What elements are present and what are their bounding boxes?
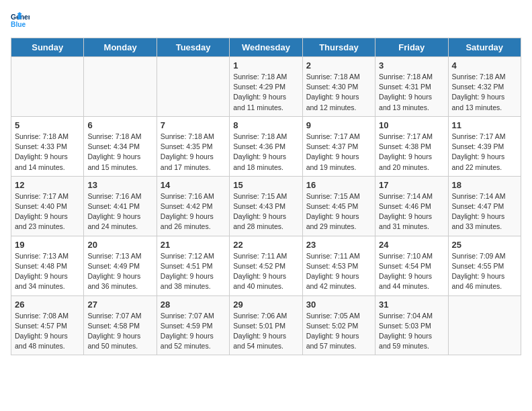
day-number: 6 <box>87 120 152 130</box>
weekday-header: Saturday <box>448 38 521 57</box>
day-number: 23 <box>306 240 371 250</box>
day-number: 12 <box>15 180 80 190</box>
day-number: 10 <box>379 120 444 130</box>
calendar-cell: 3Sunrise: 7:18 AMSunset: 4:31 PMDaylight… <box>375 57 448 117</box>
weekday-header: Monday <box>84 38 157 57</box>
calendar-week-row: 5Sunrise: 7:18 AMSunset: 4:33 PMDaylight… <box>11 116 521 176</box>
day-number: 16 <box>306 180 371 190</box>
cell-content: Sunrise: 7:14 AMSunset: 4:47 PMDaylight:… <box>452 191 517 232</box>
logo-icon: General Blue <box>11 11 30 30</box>
calendar-cell: 18Sunrise: 7:14 AMSunset: 4:47 PMDayligh… <box>448 176 521 236</box>
calendar-cell: 28Sunrise: 7:07 AMSunset: 4:59 PMDayligh… <box>157 295 229 355</box>
calendar-cell: 22Sunrise: 7:11 AMSunset: 4:52 PMDayligh… <box>230 236 302 295</box>
day-number: 13 <box>87 180 152 190</box>
calendar-cell: 19Sunrise: 7:13 AMSunset: 4:48 PMDayligh… <box>11 236 84 295</box>
calendar-header: SundayMondayTuesdayWednesdayThursdayFrid… <box>11 38 521 57</box>
cell-content: Sunrise: 7:05 AMSunset: 5:02 PMDaylight:… <box>306 311 371 352</box>
day-number: 28 <box>161 300 226 310</box>
calendar-cell: 20Sunrise: 7:13 AMSunset: 4:49 PMDayligh… <box>84 236 157 295</box>
cell-content: Sunrise: 7:18 AMSunset: 4:31 PMDaylight:… <box>379 72 444 113</box>
day-number: 31 <box>379 300 444 310</box>
weekday-header: Wednesday <box>230 38 302 57</box>
calendar-cell: 12Sunrise: 7:17 AMSunset: 4:40 PMDayligh… <box>11 176 84 236</box>
cell-content: Sunrise: 7:17 AMSunset: 4:40 PMDaylight:… <box>15 191 80 232</box>
day-number: 4 <box>452 60 517 71</box>
cell-content: Sunrise: 7:18 AMSunset: 4:32 PMDaylight:… <box>452 72 517 113</box>
calendar-cell: 29Sunrise: 7:06 AMSunset: 5:01 PMDayligh… <box>230 295 302 355</box>
cell-content: Sunrise: 7:18 AMSunset: 4:30 PMDaylight:… <box>306 72 371 113</box>
calendar-cell: 17Sunrise: 7:14 AMSunset: 4:46 PMDayligh… <box>375 176 448 236</box>
calendar-cell: 2Sunrise: 7:18 AMSunset: 4:30 PMDaylight… <box>302 57 375 117</box>
calendar-cell: 5Sunrise: 7:18 AMSunset: 4:33 PMDaylight… <box>11 116 84 176</box>
weekday-row: SundayMondayTuesdayWednesdayThursdayFrid… <box>11 38 521 57</box>
weekday-header: Friday <box>375 38 448 57</box>
day-number: 7 <box>161 120 226 130</box>
calendar-week-row: 12Sunrise: 7:17 AMSunset: 4:40 PMDayligh… <box>11 176 521 236</box>
calendar-cell: 1Sunrise: 7:18 AMSunset: 4:29 PMDaylight… <box>230 57 302 117</box>
day-number: 18 <box>452 180 517 190</box>
day-number: 22 <box>233 240 298 250</box>
weekday-header: Tuesday <box>157 38 229 57</box>
cell-content: Sunrise: 7:18 AMSunset: 4:34 PMDaylight:… <box>87 132 152 173</box>
cell-content: Sunrise: 7:17 AMSunset: 4:39 PMDaylight:… <box>452 132 517 173</box>
day-number: 5 <box>15 120 80 130</box>
calendar-week-row: 1Sunrise: 7:18 AMSunset: 4:29 PMDaylight… <box>11 57 521 117</box>
calendar-table: SundayMondayTuesdayWednesdayThursdayFrid… <box>11 38 521 355</box>
calendar-cell: 21Sunrise: 7:12 AMSunset: 4:51 PMDayligh… <box>157 236 229 295</box>
cell-content: Sunrise: 7:13 AMSunset: 4:48 PMDaylight:… <box>15 251 80 292</box>
cell-content: Sunrise: 7:07 AMSunset: 4:58 PMDaylight:… <box>87 311 152 352</box>
calendar-cell: 9Sunrise: 7:17 AMSunset: 4:37 PMDaylight… <box>302 116 375 176</box>
cell-content: Sunrise: 7:15 AMSunset: 4:45 PMDaylight:… <box>306 191 371 232</box>
day-number: 14 <box>161 180 226 190</box>
day-number: 11 <box>452 120 517 130</box>
calendar-cell: 7Sunrise: 7:18 AMSunset: 4:35 PMDaylight… <box>157 116 229 176</box>
cell-content: Sunrise: 7:11 AMSunset: 4:52 PMDaylight:… <box>233 251 298 292</box>
weekday-header: Thursday <box>302 38 375 57</box>
calendar-cell: 8Sunrise: 7:18 AMSunset: 4:36 PMDaylight… <box>230 116 302 176</box>
calendar-cell: 15Sunrise: 7:15 AMSunset: 4:43 PMDayligh… <box>230 176 302 236</box>
calendar-cell: 6Sunrise: 7:18 AMSunset: 4:34 PMDaylight… <box>84 116 157 176</box>
day-number: 29 <box>233 300 298 310</box>
cell-content: Sunrise: 7:13 AMSunset: 4:49 PMDaylight:… <box>87 251 152 292</box>
day-number: 17 <box>379 180 444 190</box>
calendar-cell: 16Sunrise: 7:15 AMSunset: 4:45 PMDayligh… <box>302 176 375 236</box>
day-number: 8 <box>233 120 298 130</box>
calendar-cell: 23Sunrise: 7:11 AMSunset: 4:53 PMDayligh… <box>302 236 375 295</box>
day-number: 2 <box>306 60 371 71</box>
calendar-week-row: 19Sunrise: 7:13 AMSunset: 4:48 PMDayligh… <box>11 236 521 295</box>
cell-content: Sunrise: 7:17 AMSunset: 4:37 PMDaylight:… <box>306 132 371 173</box>
day-number: 15 <box>233 180 298 190</box>
calendar-cell: 26Sunrise: 7:08 AMSunset: 4:57 PMDayligh… <box>11 295 84 355</box>
cell-content: Sunrise: 7:12 AMSunset: 4:51 PMDaylight:… <box>161 251 226 292</box>
calendar-cell <box>84 57 157 117</box>
cell-content: Sunrise: 7:14 AMSunset: 4:46 PMDaylight:… <box>379 191 444 232</box>
weekday-header: Sunday <box>11 38 84 57</box>
calendar-cell: 30Sunrise: 7:05 AMSunset: 5:02 PMDayligh… <box>302 295 375 355</box>
day-number: 21 <box>161 240 226 250</box>
day-number: 1 <box>233 60 298 71</box>
cell-content: Sunrise: 7:10 AMSunset: 4:54 PMDaylight:… <box>379 251 444 292</box>
day-number: 30 <box>306 300 371 310</box>
calendar-cell: 25Sunrise: 7:09 AMSunset: 4:55 PMDayligh… <box>448 236 521 295</box>
calendar-body: 1Sunrise: 7:18 AMSunset: 4:29 PMDaylight… <box>11 57 521 355</box>
day-number: 9 <box>306 120 371 130</box>
cell-content: Sunrise: 7:04 AMSunset: 5:03 PMDaylight:… <box>379 311 444 352</box>
calendar-cell: 13Sunrise: 7:16 AMSunset: 4:41 PMDayligh… <box>84 176 157 236</box>
cell-content: Sunrise: 7:16 AMSunset: 4:41 PMDaylight:… <box>87 191 152 232</box>
logo: General Blue <box>11 11 30 30</box>
cell-content: Sunrise: 7:18 AMSunset: 4:29 PMDaylight:… <box>233 72 298 113</box>
cell-content: Sunrise: 7:15 AMSunset: 4:43 PMDaylight:… <box>233 191 298 232</box>
calendar-cell: 31Sunrise: 7:04 AMSunset: 5:03 PMDayligh… <box>375 295 448 355</box>
svg-text:Blue: Blue <box>11 21 26 28</box>
calendar-cell <box>448 295 521 355</box>
day-number: 20 <box>87 240 152 250</box>
cell-content: Sunrise: 7:11 AMSunset: 4:53 PMDaylight:… <box>306 251 371 292</box>
calendar-cell: 27Sunrise: 7:07 AMSunset: 4:58 PMDayligh… <box>84 295 157 355</box>
calendar-cell: 4Sunrise: 7:18 AMSunset: 4:32 PMDaylight… <box>448 57 521 117</box>
day-number: 19 <box>15 240 80 250</box>
calendar-cell: 24Sunrise: 7:10 AMSunset: 4:54 PMDayligh… <box>375 236 448 295</box>
cell-content: Sunrise: 7:18 AMSunset: 4:35 PMDaylight:… <box>161 132 226 173</box>
page-header: General Blue <box>11 11 521 30</box>
calendar-cell <box>11 57 84 117</box>
day-number: 27 <box>87 300 152 310</box>
